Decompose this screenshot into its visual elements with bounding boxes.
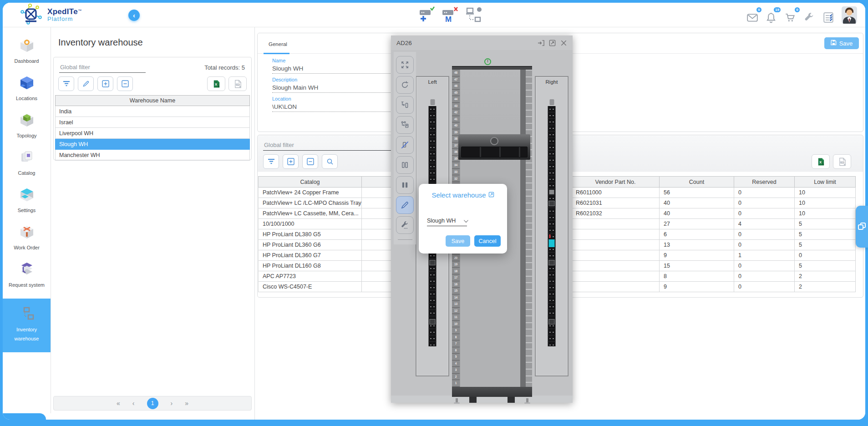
warehouse-name-cell[interactable]: Manchester WH [56,150,250,161]
catalog-cell[interactable]: 27 [660,219,734,229]
refresh-button[interactable] [396,76,414,94]
catalog-cell[interactable]: 9 [660,250,734,261]
columns-outline-button[interactable] [396,156,414,174]
modal-cancel-button[interactable]: Cancel [474,235,501,247]
tasks-list-icon[interactable] [822,6,836,24]
catalog-cell[interactable]: 0 [734,261,795,271]
side-panel-handle[interactable] [856,206,868,248]
catalog-cell[interactable]: 0 [795,250,856,261]
notifications-icon[interactable]: 19 [765,6,779,24]
maintenance-button[interactable] [396,216,414,234]
sidebar-item-topology[interactable]: Topology [3,108,51,146]
sidebar-item-work-order[interactable]: Work Order [3,220,51,258]
catalog-cell[interactable]: HP ProLiant DL380 G5 [259,229,362,240]
warehouse-row[interactable]: Israel [56,117,250,128]
catalog-cell[interactable]: 0 [734,229,795,240]
export-excel-button[interactable]: X [207,76,225,91]
rack-alert-icon[interactable] [484,58,491,65]
catalog-cell[interactable]: 13 [660,240,734,250]
catalog-cell[interactable]: PatchView+ LC Cassette, MM, Cera... [259,208,362,219]
catalog-cell[interactable]: 40 [660,198,734,208]
warehouse-name-cell[interactable]: India [56,106,250,117]
catalog-cell[interactable]: 5 [795,219,856,229]
move-device-icon[interactable]: M [442,6,460,24]
tools-icon[interactable] [803,6,817,24]
catalog-add-button[interactable] [283,154,299,169]
catalog-cell[interactable]: 15 [660,261,734,271]
catalog-cell[interactable] [572,261,660,271]
catalog-cell[interactable] [572,282,660,292]
right-pdu-panel[interactable]: Right [535,76,569,376]
catalog-cell[interactable]: R6021032 [572,208,660,219]
modal-save-button[interactable]: Save [446,235,470,247]
warehouse-row[interactable]: Manchester WH [56,150,250,161]
catalog-cell[interactable]: 4 [734,219,795,229]
warehouse-row[interactable]: India [56,106,250,117]
connect-device-button[interactable] [396,96,414,114]
edit-button[interactable] [78,76,94,91]
columns-filled-button[interactable] [396,176,414,194]
catalog-cell[interactable] [572,271,660,282]
catalog-cell[interactable]: 5 [795,229,856,240]
catalog-filter-button[interactable] [263,154,279,169]
messages-icon[interactable]: 0 [746,6,760,24]
catalog-cell[interactable] [572,219,660,229]
warehouse-name-cell[interactable]: Liverpool WH [56,128,250,139]
filter-button[interactable] [58,76,74,91]
sidebar-item-settings[interactable]: Settings [3,183,51,220]
catalog-cell[interactable]: PatchView+ LC /LC-MPO Chassis Tray [259,198,362,208]
fit-view-button[interactable] [396,56,414,74]
add-button[interactable] [97,76,113,91]
maximize-window-icon[interactable] [549,40,556,46]
edit-rack-button[interactable] [396,196,414,214]
warehouse-global-filter-input[interactable] [59,63,146,73]
close-window-icon[interactable] [560,40,567,46]
catalog-cell[interactable]: Cisco WS-C4507-E [259,282,362,292]
export-csv-button[interactable]: CSV [228,76,247,91]
warehouse-select-dropdown[interactable]: Slough WH [427,218,467,226]
catalog-cell[interactable]: 0 [734,198,795,208]
warehouse-name-cell[interactable]: Israel [56,117,250,128]
user-avatar[interactable] [842,6,857,24]
sidebar-item-request-system[interactable]: Request system [3,258,51,295]
catalog-cell[interactable]: 2 [795,282,856,292]
catalog-cell[interactable]: 0 [734,208,795,219]
remove-button[interactable] [117,76,133,91]
dock-window-icon[interactable] [538,40,544,46]
sidebar-item-inventory-warehouse[interactable]: Inventory warehouse [3,299,51,352]
right-pdu-strip[interactable] [548,106,556,346]
catalog-cell[interactable]: 0 [734,188,795,198]
page-prev-button[interactable]: ‹ [132,400,135,407]
catalog-export-csv-button[interactable]: CSV [833,154,851,169]
catalog-cell[interactable]: 6 [660,229,734,240]
sidebar-item-locations[interactable]: Locations [3,71,51,108]
tab-general[interactable]: General [269,41,287,47]
warehouse-name-cell[interactable]: Slough WH [56,139,250,150]
warehouse-row[interactable]: Slough WH [56,139,250,150]
catalog-cell[interactable]: 8 [660,271,734,282]
catalog-cell[interactable]: 2 [795,271,856,282]
catalog-cell[interactable]: HP ProLiant DL160 G8 [259,261,362,271]
catalog-cell[interactable] [572,229,660,240]
warehouse-row[interactable]: Liverpool WH [56,128,250,139]
catalog-cell[interactable]: 10/100/1000 [259,219,362,229]
catalog-cell[interactable]: HP ProLiant DL360 G6 [259,240,362,250]
catalog-global-filter-input[interactable] [263,141,393,151]
catalog-cell[interactable]: 0 [734,240,795,250]
catalog-cell[interactable]: 40 [660,208,734,219]
rack-server-device[interactable] [458,134,530,160]
page-first-button[interactable]: « [117,400,120,407]
sidebar-item-dashboard[interactable]: Dashboard [3,34,51,71]
catalog-cell[interactable]: 10 [795,198,856,208]
catalog-cell[interactable] [572,240,660,250]
catalog-cell[interactable]: 0 [734,271,795,282]
catalog-cell[interactable]: 10 [795,188,856,198]
collapse-back-button[interactable]: ‹ [128,10,140,21]
catalog-cell[interactable]: 5 [795,261,856,271]
catalog-cell[interactable]: APC AP7723 [259,271,362,282]
catalog-export-excel-button[interactable]: X [812,154,830,169]
catalog-cell[interactable]: R6021031 [572,198,660,208]
save-button[interactable]: Save [824,37,859,49]
catalog-cell[interactable] [572,250,660,261]
add-device-icon[interactable] [419,6,437,24]
